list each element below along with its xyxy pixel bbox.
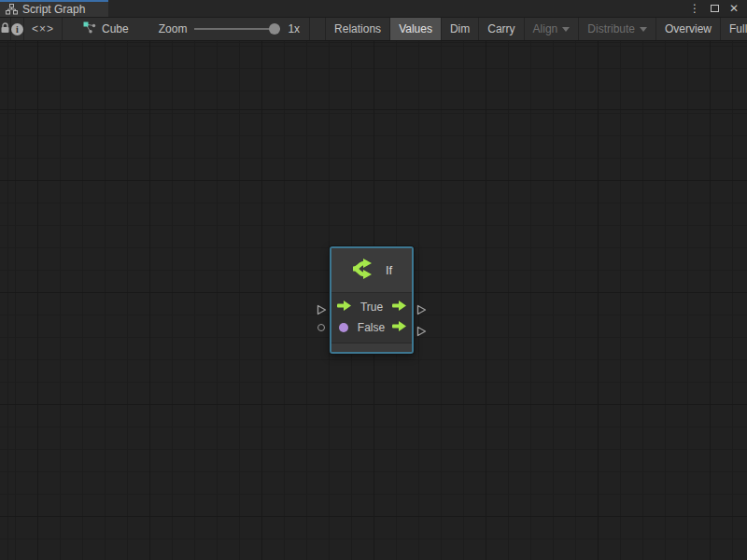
relations-label: Relations [334, 22, 381, 35]
dim-button[interactable]: Dim [442, 18, 479, 40]
carry-label: Carry [487, 22, 514, 35]
node-title: If [386, 263, 392, 277]
info-button[interactable]: i [11, 18, 24, 40]
flow-arrow-icon [391, 319, 407, 336]
dropdown-caret-icon [640, 27, 647, 32]
relations-button[interactable]: Relations [325, 18, 390, 40]
flow-input-port[interactable] [317, 302, 327, 319]
script-graph-icon [6, 4, 18, 15]
full-screen-button[interactable]: Full Screen [721, 18, 747, 40]
port-row-true[interactable]: True [331, 297, 412, 317]
condition-value-port[interactable] [317, 324, 325, 331]
if-node[interactable]: If True [330, 246, 414, 354]
window-controls: ⋮ ✕ [689, 0, 747, 17]
full-screen-label: Full Screen [729, 22, 747, 35]
graph-target-icon [83, 21, 96, 36]
info-icon: i [11, 23, 23, 35]
zoom-label: Zoom [159, 22, 188, 35]
align-button[interactable]: Align [525, 18, 580, 40]
angle-brackets-icon: <×> [32, 22, 54, 35]
zoom-value: 1x [288, 22, 300, 35]
graph-canvas[interactable]: If True [0, 41, 747, 560]
false-output-port[interactable] [416, 324, 427, 341]
overview-button[interactable]: Overview [656, 18, 721, 40]
maximize-icon[interactable] [711, 5, 719, 12]
graph-toolbar: i <×> Cube Zoom 1x Relatio [0, 18, 747, 41]
tab-script-graph[interactable]: Script Graph [0, 0, 108, 17]
bool-value-icon [339, 323, 348, 332]
lock-button[interactable] [0, 18, 11, 40]
zoom-control: Zoom 1x [149, 18, 310, 40]
align-label: Align [533, 22, 558, 35]
values-label: Values [399, 22, 432, 35]
node-footer [331, 343, 412, 352]
branch-icon [351, 256, 377, 286]
code-toggle-button[interactable]: <×> [24, 18, 63, 40]
distribute-button[interactable]: Distribute [579, 18, 656, 40]
script-graph-window: Script Graph ⋮ ✕ i <×> [0, 0, 747, 560]
values-button[interactable]: Values [390, 18, 442, 40]
tab-bar: Script Graph ⋮ ✕ [0, 0, 747, 18]
port-label-false: False [351, 321, 391, 334]
flow-arrow-icon [336, 299, 352, 315]
graph-target-button[interactable]: Cube [76, 18, 136, 40]
zoom-slider-handle[interactable] [269, 23, 280, 35]
kebab-menu-icon[interactable]: ⋮ [689, 3, 700, 14]
tab-title: Script Graph [22, 3, 85, 16]
close-icon[interactable]: ✕ [729, 3, 739, 14]
zoom-slider[interactable] [194, 28, 280, 30]
node-body: True False [331, 293, 412, 343]
overview-label: Overview [665, 22, 712, 35]
node-header[interactable]: If [331, 248, 412, 293]
dropdown-caret-icon [562, 27, 570, 32]
port-label-true: True [352, 301, 391, 314]
port-row-false[interactable]: False [331, 317, 412, 338]
flow-arrow-icon [391, 299, 407, 315]
carry-button[interactable]: Carry [479, 18, 524, 40]
distribute-label: Distribute [587, 22, 635, 35]
true-output-port[interactable] [416, 302, 427, 319]
toolbar-spacer [310, 18, 325, 40]
graph-target-label: Cube [102, 22, 129, 35]
dim-label: Dim [450, 22, 470, 35]
lock-icon [0, 22, 10, 36]
